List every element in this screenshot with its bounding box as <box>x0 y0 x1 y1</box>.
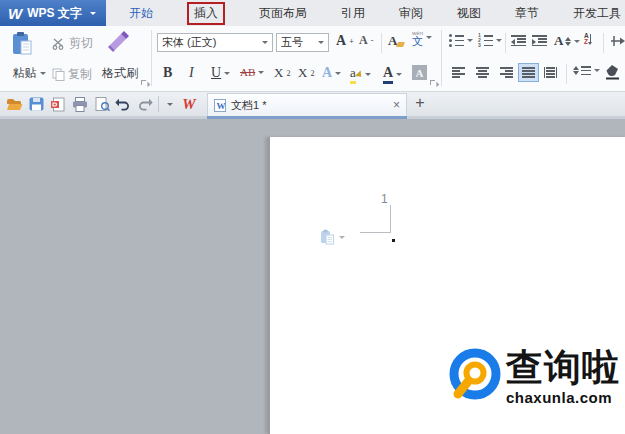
font-size-select[interactable]: 五号 <box>276 33 329 52</box>
menu-tab-section[interactable]: 章节 <box>504 5 550 22</box>
chevron-down-icon <box>318 41 324 44</box>
crop-mark-horizontal <box>360 232 391 233</box>
menu-tab-view[interactable]: 视图 <box>446 5 492 22</box>
increase-indent-icon <box>532 35 547 46</box>
font-family-select[interactable]: 宋体 (正文) <box>157 33 273 52</box>
watermark-domain: chaxunla.com <box>506 389 620 406</box>
format-painter-icon[interactable] <box>107 31 129 55</box>
pen-icon <box>355 70 364 79</box>
paragraph-shading-button[interactable] <box>604 64 621 81</box>
justify-button[interactable] <box>518 63 539 82</box>
chevron-down-icon <box>467 39 473 42</box>
redo-icon <box>137 98 153 111</box>
separator <box>505 33 506 53</box>
redo-button[interactable] <box>136 95 154 113</box>
grow-font-button[interactable]: A+ <box>336 33 354 49</box>
clear-format-button[interactable]: A <box>388 33 404 49</box>
menu-tab-review[interactable]: 审阅 <box>388 5 434 22</box>
pinyin-guide-button[interactable]: wén 文 <box>412 29 432 45</box>
line-spacing-button[interactable] <box>573 66 600 75</box>
quickbar-more-button[interactable] <box>163 95 177 113</box>
separator <box>566 64 567 84</box>
open-button[interactable] <box>5 95 23 113</box>
format-painter-button[interactable]: 格式刷 <box>96 65 144 82</box>
ink-bottle-icon <box>604 64 621 81</box>
cut-button[interactable]: 剪切 <box>52 35 93 52</box>
shrink-font-button[interactable]: A- <box>359 33 373 48</box>
justify-icon <box>522 67 535 78</box>
chaxunla-logo-icon <box>448 348 502 402</box>
bullet-list-icon <box>449 35 464 46</box>
printer-icon <box>72 97 88 112</box>
align-right-button[interactable] <box>500 67 513 78</box>
align-left-button[interactable] <box>452 67 465 78</box>
bold-button[interactable]: B <box>163 65 172 81</box>
superscript-button[interactable]: X2 <box>274 65 290 81</box>
print-preview-button[interactable] <box>93 95 111 113</box>
chevron-down-icon <box>167 103 173 106</box>
underline-button[interactable]: U <box>211 65 230 81</box>
undo-button[interactable] <box>114 95 132 113</box>
wps-writer-window: W WPS 文字 开始 插入 页面布局 引用 审阅 视图 章节 开发工具 <box>0 0 625 434</box>
paste-options-button[interactable] <box>320 229 345 245</box>
text-effects-button[interactable]: A <box>322 65 341 81</box>
show-marks-button[interactable] <box>610 35 625 47</box>
align-center-button[interactable] <box>476 67 489 78</box>
menu-tab-page-layout[interactable]: 页面布局 <box>248 5 318 22</box>
italic-button[interactable]: I <box>189 65 194 81</box>
app-title: WPS 文字 <box>27 5 82 22</box>
document-icon: W <box>214 99 226 112</box>
copy-button[interactable]: 复制 <box>52 66 92 83</box>
chevron-down-icon <box>574 40 580 43</box>
distribute-button[interactable] <box>544 67 557 78</box>
document-tab[interactable]: W 文档1 * × <box>207 93 407 116</box>
crop-mark-vertical <box>390 205 391 233</box>
highlight-color-button[interactable]: a <box>350 65 371 84</box>
menu-tab-home[interactable]: 开始 <box>118 5 164 22</box>
close-icon[interactable]: × <box>393 98 400 112</box>
menu-bar: W WPS 文字 开始 插入 页面布局 引用 审阅 视图 章节 开发工具 <box>0 0 625 26</box>
decrease-indent-icon <box>511 35 526 46</box>
paste-button[interactable]: 粘贴 <box>6 65 52 82</box>
chevron-down-icon <box>496 39 502 42</box>
menu-tab-references[interactable]: 引用 <box>330 5 376 22</box>
print-button[interactable] <box>71 95 89 113</box>
list-number: 1 <box>381 192 388 206</box>
paste-icon[interactable] <box>10 31 34 57</box>
increase-indent-button[interactable] <box>532 35 547 46</box>
subscript-button[interactable]: X2 <box>298 65 314 81</box>
workspace: 1 查询啦 chaxunla.com <box>0 119 625 434</box>
align-right-icon <box>500 67 513 78</box>
char-shading-button[interactable]: A <box>412 65 427 80</box>
strikethrough-button[interactable]: AB <box>240 66 264 78</box>
folder-open-icon <box>6 98 23 111</box>
new-tab-button[interactable]: + <box>411 94 429 112</box>
wps-w-icon: W <box>182 96 195 113</box>
separator <box>603 33 604 53</box>
save-button[interactable] <box>27 95 45 113</box>
chevron-down-icon <box>335 72 341 75</box>
wps-logo-icon: W <box>8 5 21 22</box>
clipboard-dialog-launcher[interactable] <box>141 80 148 87</box>
resize-arrows-icon <box>565 37 571 46</box>
chevron-down-icon <box>258 71 264 74</box>
document-page[interactable]: 1 查询啦 chaxunla.com <box>268 137 625 434</box>
ribbon: 粘贴 剪切 复制 格式刷 <box>0 26 625 92</box>
pdf-icon <box>51 97 65 112</box>
menu-tab-developer[interactable]: 开发工具 <box>562 5 625 22</box>
sort-button[interactable]: AZ <box>584 33 591 45</box>
wps-home-button[interactable]: W <box>180 95 198 113</box>
font-dialog-launcher[interactable] <box>430 80 437 87</box>
align-center-icon <box>476 67 489 78</box>
decrease-indent-button[interactable] <box>511 35 526 46</box>
export-pdf-button[interactable] <box>49 95 67 113</box>
numbered-list-icon <box>478 35 493 46</box>
chevron-down-icon <box>40 72 46 75</box>
char-scale-button[interactable]: A <box>554 33 580 49</box>
font-color-button[interactable]: A <box>383 65 402 84</box>
app-menu-button[interactable]: W WPS 文字 <box>0 0 106 26</box>
menu-tab-insert[interactable]: 插入 <box>176 2 236 25</box>
numbering-button[interactable] <box>478 35 502 46</box>
bullets-button[interactable] <box>449 35 473 46</box>
svg-text:W: W <box>217 101 226 111</box>
